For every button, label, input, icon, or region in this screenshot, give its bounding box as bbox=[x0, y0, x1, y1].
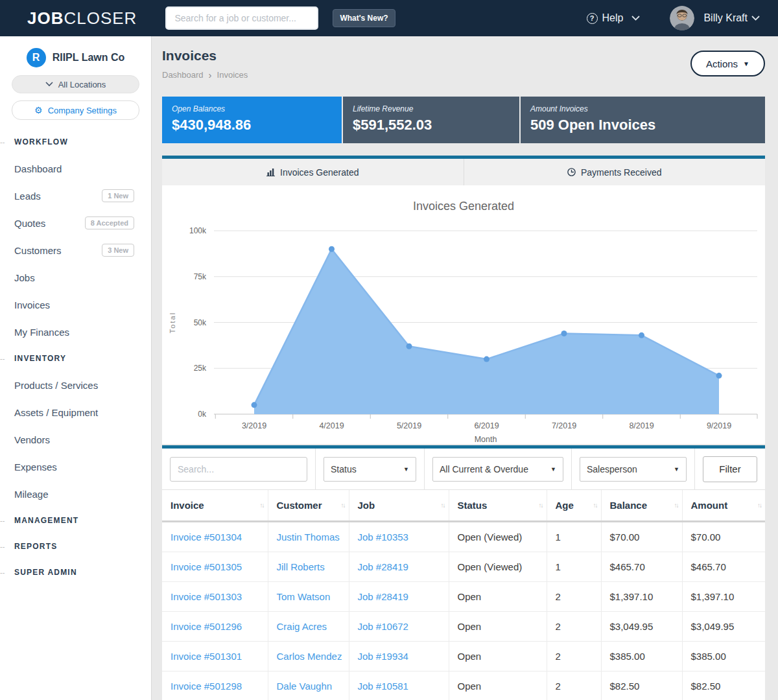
invoice-cell: Invoice #501304 bbox=[162, 522, 268, 552]
job-link[interactable]: Job #10581 bbox=[358, 681, 408, 692]
column-header-customer[interactable]: ↑↓Customer bbox=[268, 490, 349, 522]
svg-text:100k: 100k bbox=[189, 226, 207, 235]
amount-cell: $1,397.10 bbox=[682, 582, 765, 612]
sidebar-item-label: Quotes bbox=[14, 218, 45, 229]
customer-cell: Jill Roberts bbox=[268, 552, 349, 582]
table-search-input[interactable] bbox=[170, 457, 307, 482]
sort-icon: ↑↓ bbox=[757, 500, 761, 509]
customer-link[interactable]: Jill Roberts bbox=[277, 561, 325, 572]
column-header-amount[interactable]: ↑↓Amount bbox=[682, 490, 765, 522]
invoice-link[interactable]: Invoice #501296 bbox=[171, 621, 242, 632]
avatar[interactable] bbox=[670, 6, 694, 30]
sidebar-item-assets-equipment[interactable]: Assets / Equipment bbox=[0, 399, 151, 426]
tab-payments-received[interactable]: Payments Received bbox=[464, 159, 766, 185]
column-header-label: Job bbox=[358, 500, 375, 511]
column-header-job[interactable]: ↑↓Job bbox=[349, 490, 449, 522]
sidebar-item-dashboard[interactable]: Dashboard bbox=[0, 155, 151, 182]
balance-cell: $3,049.95 bbox=[601, 612, 682, 642]
customer-link[interactable]: Tom Watson bbox=[277, 591, 331, 602]
sidebar-item-mileage[interactable]: Mileage bbox=[0, 480, 151, 508]
status-cell: Open (Viewed) bbox=[449, 552, 547, 582]
sidebar-item-leads[interactable]: Leads1 New bbox=[0, 182, 151, 209]
svg-text:50k: 50k bbox=[194, 318, 207, 327]
sidebar-item-products-services[interactable]: Products / Services bbox=[0, 371, 151, 399]
sidebar-item-badge: 3 New bbox=[102, 244, 134, 257]
sort-icon: ↑↓ bbox=[260, 500, 264, 509]
app-logo[interactable]: JOBCLOSER bbox=[27, 8, 137, 29]
sidebar-section-label: MANAGEMENT bbox=[14, 516, 78, 525]
column-header-balance[interactable]: ↑↓Balance bbox=[601, 490, 682, 522]
sort-icon: ↑↓ bbox=[593, 500, 597, 509]
invoice-link[interactable]: Invoice #501305 bbox=[171, 561, 242, 572]
invoice-link[interactable]: Invoice #501301 bbox=[171, 651, 242, 662]
salesperson-select[interactable]: Salesperson ▼ bbox=[580, 457, 687, 482]
top-navbar: JOBCLOSER What's New? ? Help Billy Kraft bbox=[0, 0, 778, 36]
table-row: Invoice #501298Dale VaughnJob #10581Open… bbox=[162, 671, 765, 700]
user-menu[interactable]: Billy Kraft bbox=[703, 12, 760, 24]
current-overdue-select[interactable]: All Current & Overdue ▼ bbox=[432, 457, 563, 482]
customer-link[interactable]: Craig Acres bbox=[277, 621, 327, 632]
invoice-link[interactable]: Invoice #501304 bbox=[171, 531, 242, 542]
svg-text:9/2019: 9/2019 bbox=[707, 421, 731, 430]
svg-text:Total: Total bbox=[169, 312, 176, 333]
status-select[interactable]: Status ▼ bbox=[324, 457, 416, 482]
svg-text:3/2019: 3/2019 bbox=[242, 421, 266, 430]
actions-label: Actions bbox=[706, 58, 738, 69]
column-header-status[interactable]: ↑↓Status bbox=[449, 490, 547, 522]
status-cell: Open bbox=[449, 582, 547, 612]
filter-button[interactable]: Filter bbox=[703, 456, 757, 482]
job-link[interactable]: Job #28419 bbox=[358, 561, 408, 572]
stat-card-amount-invoices: Amount Invoices509 Open Invoices bbox=[521, 97, 765, 143]
customer-link[interactable]: Carlos Mendez bbox=[277, 651, 342, 662]
sidebar-section-inventory[interactable]: INVENTORY bbox=[0, 345, 151, 371]
company-settings-button[interactable]: ⚙ Company Settings bbox=[12, 100, 139, 120]
invoice-cell: Invoice #501298 bbox=[162, 671, 268, 700]
sidebar-section-management[interactable]: MANAGEMENT bbox=[0, 508, 151, 533]
job-link[interactable]: Job #28419 bbox=[358, 591, 408, 602]
tab-label: Invoices Generated bbox=[280, 167, 359, 178]
svg-text:Month: Month bbox=[475, 435, 497, 444]
sidebar-item-quotes[interactable]: Quotes8 Accepted bbox=[0, 209, 151, 237]
breadcrumb-dashboard[interactable]: Dashboard bbox=[162, 70, 204, 80]
whats-new-button[interactable]: What's New? bbox=[333, 9, 395, 27]
sidebar-item-invoices[interactable]: Invoices bbox=[0, 291, 151, 318]
column-header-invoice[interactable]: ↑↓Invoice bbox=[162, 490, 268, 522]
sidebar-item-jobs[interactable]: Jobs bbox=[0, 264, 151, 291]
job-cell: Job #10353 bbox=[349, 522, 449, 552]
invoice-link[interactable]: Invoice #501303 bbox=[171, 591, 242, 602]
sidebar-section-reports[interactable]: REPORTS bbox=[0, 533, 151, 559]
sidebar-section-label: WORKFLOW bbox=[14, 137, 68, 146]
sidebar-item-vendors[interactable]: Vendors bbox=[0, 426, 151, 453]
svg-text:7/2019: 7/2019 bbox=[552, 421, 576, 430]
svg-text:4/2019: 4/2019 bbox=[319, 421, 344, 430]
column-header-age[interactable]: ↑↓Age bbox=[547, 490, 601, 522]
salesperson-filter-cell: Salesperson ▼ bbox=[572, 449, 695, 489]
job-link[interactable]: Job #10672 bbox=[358, 621, 408, 632]
company-row[interactable]: R RIIPL Lawn Co bbox=[0, 48, 151, 67]
chart-body: Invoices Generated 0k25k50k75k100k3/2019… bbox=[162, 185, 765, 444]
tab-invoices-generated[interactable]: Invoices Generated bbox=[162, 159, 464, 185]
customer-cell: Tom Watson bbox=[268, 582, 349, 612]
caret-down-icon: ▼ bbox=[550, 466, 556, 472]
sidebar-item-customers[interactable]: Customers3 New bbox=[0, 237, 151, 264]
customer-link[interactable]: Justin Thomas bbox=[277, 531, 340, 542]
company-name: RIIPL Lawn Co bbox=[53, 52, 125, 64]
sidebar-item-expenses[interactable]: Expenses bbox=[0, 453, 151, 480]
all-locations-dropdown[interactable]: All Locations bbox=[12, 75, 139, 93]
stat-card-label: Lifetime Revenue bbox=[353, 104, 510, 113]
job-cell: Job #28419 bbox=[349, 582, 449, 612]
invoices-table-card: Status ▼ All Current & Overdue ▼ Salespe… bbox=[162, 445, 765, 700]
invoice-link[interactable]: Invoice #501298 bbox=[171, 681, 242, 692]
balance-cell: $465.70 bbox=[601, 552, 682, 582]
clock-icon bbox=[567, 168, 576, 176]
sidebar-section-super-admin[interactable]: SUPER ADMIN bbox=[0, 559, 151, 585]
sidebar-item-my-finances[interactable]: My Finances bbox=[0, 318, 151, 345]
help-menu[interactable]: ? Help bbox=[587, 12, 641, 24]
actions-button[interactable]: Actions ▼ bbox=[690, 51, 765, 76]
sidebar-section-workflow[interactable]: WORKFLOW bbox=[0, 129, 151, 155]
breadcrumb: Dashboard › Invoices bbox=[162, 69, 765, 80]
job-link[interactable]: Job #10353 bbox=[358, 531, 408, 542]
job-link[interactable]: Job #19934 bbox=[358, 651, 408, 662]
global-search-input[interactable] bbox=[165, 6, 318, 30]
customer-link[interactable]: Dale Vaughn bbox=[277, 681, 333, 692]
